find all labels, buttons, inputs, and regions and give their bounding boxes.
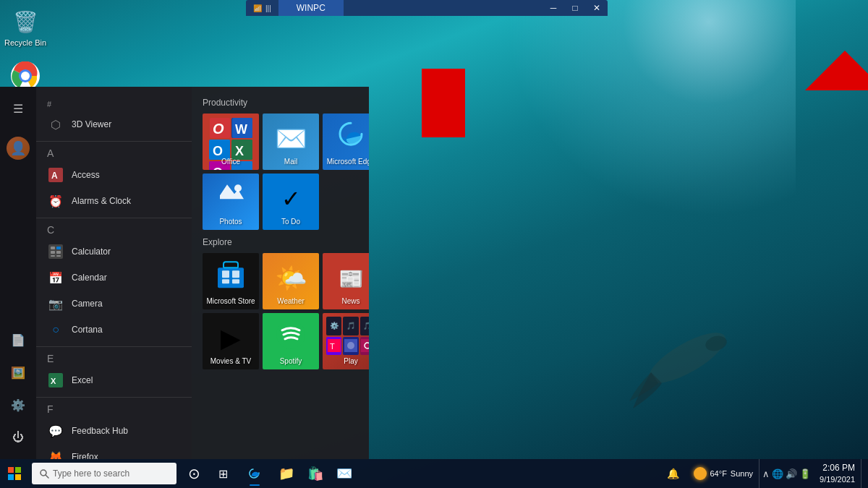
tile-mail[interactable]: ✉️ Mail <box>263 114 319 170</box>
app-item-firefox[interactable]: 🦊 Firefox <box>36 444 192 459</box>
tray-speaker[interactable]: 🔊 <box>786 468 797 479</box>
svg-line-47 <box>46 475 48 478</box>
window-title: WINPC <box>286 3 336 13</box>
tile-photos-label: Photos <box>219 218 242 226</box>
tile-movies[interactable]: ▶ Movies & TV <box>203 313 259 369</box>
weather-desc: Sunny <box>731 469 753 478</box>
search-icon <box>39 468 49 479</box>
app-section-c: C <box>36 218 192 239</box>
hamburger-menu-icon[interactable]: ☰ <box>4 94 33 123</box>
system-tray[interactable]: ∧ 🌐 🔊 🔋 <box>760 459 814 488</box>
taskbar-file-explorer[interactable]: 📁 <box>272 459 301 488</box>
app-section-f: F <box>36 397 192 418</box>
app-item-feedback[interactable]: 💬 Feedback Hub <box>36 418 192 444</box>
app-icon-feedback: 💬 <box>47 422 64 440</box>
desktop: 🗑️ Recycle Bin Google Chrome 📶 ||| WINPC <box>0 0 868 488</box>
app-label-access: Access <box>72 170 100 180</box>
taskbar-right: 🔔 64°F Sunny ∧ 🌐 🔊 🔋 2:06 PM 9/19/2021 <box>659 459 869 488</box>
app-icon-excel: X <box>47 372 64 389</box>
tile-todo[interactable]: ✓ To Do <box>263 174 319 230</box>
tile-weather[interactable]: 🌤️ Weather <box>263 253 319 309</box>
tile-news[interactable]: 📰 News <box>323 253 369 309</box>
app-item-access[interactable]: A Access <box>36 162 192 188</box>
app-item-calendar[interactable]: 📅 Calendar <box>36 265 192 291</box>
tile-photos[interactable]: Photos <box>203 174 259 230</box>
explore-tiles-grid: Microsoft Store 🌤️ Weather 📰 News ▶ Movi… <box>203 253 358 369</box>
tile-edge[interactable]: Microsoft Edge <box>323 114 369 170</box>
svg-rect-32 <box>232 270 239 278</box>
sidebar-avatar[interactable]: 👤 <box>4 134 33 163</box>
tray-network[interactable]: 🌐 <box>772 468 783 479</box>
taskbar-cortana[interactable]: ⊙ <box>179 459 208 488</box>
tile-ms-store[interactable]: Microsoft Store <box>203 253 259 309</box>
taskbar-weather[interactable]: 64°F Sunny <box>688 459 760 488</box>
taskbar-datetime[interactable]: 2:06 PM 9/19/2021 <box>814 462 861 485</box>
tile-todo-label: To Do <box>281 218 300 226</box>
minimize-button[interactable]: ─ <box>542 0 564 16</box>
recycle-bin-icon[interactable]: 🗑️ Recycle Bin <box>0 4 51 51</box>
sidebar-power-icon[interactable]: ⏻ <box>4 423 33 452</box>
app-label-calculator: Calculator <box>72 247 111 257</box>
taskbar-store[interactable]: 🛍️ <box>301 459 330 488</box>
app-label-camera: Camera <box>72 299 103 309</box>
tile-office-label: Office <box>221 158 240 166</box>
app-icon-alarms: ⏰ <box>47 192 64 210</box>
tray-chevron[interactable]: ∧ <box>762 468 770 479</box>
window-tab-active[interactable]: WINPC <box>278 0 344 16</box>
app-list-hash-header: # <box>36 94 192 111</box>
weather-sun-icon <box>694 467 707 480</box>
tile-play[interactable]: ⚙️ 🎵 🎵 T <box>323 313 369 369</box>
spotify-icon <box>275 319 307 356</box>
svg-text:O: O <box>213 166 223 170</box>
sidebar-documents-icon[interactable]: 📄 <box>4 325 33 354</box>
search-placeholder: Type here to search <box>53 468 129 479</box>
svg-rect-43 <box>15 467 21 473</box>
app-label-alarms: Alarms & Clock <box>72 196 131 206</box>
weather-temp: 64°F <box>710 469 727 478</box>
start-button[interactable] <box>0 459 29 488</box>
app-icon-firefox: 🦊 <box>47 448 64 459</box>
tray-battery[interactable]: 🔋 <box>799 468 811 479</box>
explore-label: Explore <box>203 237 358 247</box>
window-controls: ─ □ ✕ <box>542 0 608 16</box>
tile-ms-store-label: Microsoft Store <box>206 297 255 305</box>
sidebar-bottom: 📄 🖼️ ⚙️ ⏻ <box>4 325 33 459</box>
app-item-excel[interactable]: X Excel <box>36 367 192 393</box>
tile-office[interactable]: O W O <box>203 114 259 170</box>
svg-point-35 <box>276 320 305 349</box>
tile-edge-label: Microsoft Edge <box>327 158 369 166</box>
sidebar-pictures-icon[interactable]: 🖼️ <box>4 358 33 387</box>
chrome-image <box>11 61 40 90</box>
show-desktop-button[interactable] <box>861 459 864 488</box>
app-item-camera[interactable]: 📷 Camera <box>36 291 192 317</box>
app-item-alarms[interactable]: ⏰ Alarms & Clock <box>36 188 192 214</box>
movies-icon: ▶ <box>221 323 241 354</box>
app-icon-calculator <box>47 243 64 260</box>
window-tab-1[interactable]: 📶 ||| <box>246 0 278 16</box>
svg-text:W: W <box>235 122 247 137</box>
svg-rect-42 <box>8 467 14 473</box>
start-menu: ☰ 👤 📄 🖼️ ⚙️ ⏻ # ⬡ 3D Viewer A <box>0 87 369 459</box>
tile-spotify-label: Spotify <box>280 357 302 365</box>
app-item-3dviewer[interactable]: ⬡ 3D Viewer <box>36 111 192 137</box>
taskbar: Type here to search ⊙ ⊞ 📁 🛍️ ✉️ 🔔 64°F S… <box>0 459 868 488</box>
taskbar-edge[interactable] <box>237 459 272 488</box>
todo-icon: ✓ <box>281 185 301 213</box>
desktop-light <box>506 0 796 217</box>
app-section-a: A <box>36 141 192 162</box>
svg-text:X: X <box>51 377 56 385</box>
sidebar-settings-icon[interactable]: ⚙️ <box>4 390 33 419</box>
red-arrow <box>404 29 483 137</box>
close-button[interactable]: ✕ <box>586 0 608 16</box>
app-icon-calendar: 📅 <box>47 269 64 286</box>
maximize-button[interactable]: □ <box>564 0 586 16</box>
svg-text:T: T <box>330 342 335 351</box>
app-item-calculator[interactable]: Calculator <box>36 239 192 265</box>
tile-spotify[interactable]: Spotify <box>263 313 319 369</box>
taskbar-task-view[interactable]: ⊞ <box>208 459 237 488</box>
taskbar-notifications[interactable]: 🔔 <box>659 459 688 488</box>
app-item-cortana[interactable]: ○ Cortana <box>36 317 192 343</box>
taskbar-mail[interactable]: ✉️ <box>330 459 359 488</box>
recycle-bin-label: Recycle Bin <box>4 38 46 47</box>
search-box[interactable]: Type here to search <box>32 463 176 484</box>
